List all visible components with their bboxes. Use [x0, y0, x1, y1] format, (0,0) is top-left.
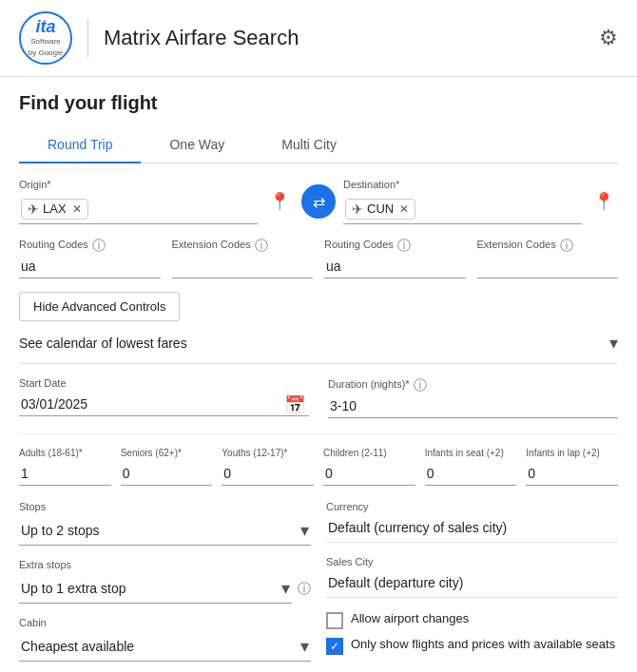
- seniors-input[interactable]: [121, 462, 213, 486]
- origin-dest-row: Origin* ✈ LAX ✕ 📍 ⇄ Destination* ✈ CUN ✕: [19, 179, 618, 224]
- routing-left-info-icon[interactable]: ⓘ: [92, 238, 106, 255]
- infants-lap-label: Infants in lap (+2): [526, 448, 618, 458]
- routing-right-label-row: Routing Codes ⓘ: [324, 238, 466, 255]
- settings-icon[interactable]: ⚙: [599, 26, 618, 50]
- plane-icon-origin: ✈: [28, 202, 39, 217]
- swap-button[interactable]: ⇄: [301, 184, 336, 219]
- extension-right-info-icon[interactable]: ⓘ: [560, 238, 573, 255]
- logo-text: ita: [29, 18, 63, 35]
- date-duration-row: Start Date 📅 Duration (nights)* ⓘ: [19, 377, 618, 418]
- available-seats-checkbox[interactable]: ✓: [326, 638, 343, 655]
- bottom-grid: Stops Up to 2 stops ▾ Extra stops Up to …: [19, 501, 618, 672]
- origin-pin-icon[interactable]: 📍: [265, 187, 294, 216]
- infants-seat-input[interactable]: [425, 462, 517, 486]
- extra-stops-info-icon[interactable]: ⓘ: [298, 581, 311, 598]
- start-date-group: Start Date 📅: [19, 377, 309, 418]
- extra-stops-select[interactable]: Up to 1 extra stop ▾: [19, 574, 292, 604]
- extension-codes-left-input[interactable]: [172, 255, 314, 278]
- cabin-group: Cabin Cheapest available ▾: [19, 617, 311, 662]
- calendar-label: See calendar of lowest fares: [19, 336, 187, 351]
- stops-group: Stops Up to 2 stops ▾: [19, 501, 311, 546]
- start-date-label: Start Date: [19, 377, 309, 389]
- cabin-value: Cheapest available: [21, 639, 300, 654]
- adults-field: Adults (18-61)*: [19, 448, 111, 486]
- infants-seat-field: Infants in seat (+2): [425, 448, 517, 486]
- tab-multi-city[interactable]: Multi City: [253, 127, 365, 163]
- passengers-row: Adults (18-61)* Seniors (62+)* Youths (1…: [19, 448, 618, 486]
- logo-sub1: Software: [29, 37, 63, 47]
- extension-codes-left-label: Extension Codes: [172, 239, 251, 250]
- start-date-field: 📅: [19, 393, 309, 416]
- destination-pin-icon[interactable]: 📍: [589, 187, 618, 216]
- origin-label: Origin*: [19, 179, 258, 190]
- logo-sub2: by Google: [29, 48, 63, 58]
- sales-city-value[interactable]: Default (departure city): [326, 571, 618, 598]
- extra-stops-group: Extra stops Up to 1 extra stop ▾ ⓘ: [19, 559, 311, 604]
- routing-right-info-icon[interactable]: ⓘ: [397, 238, 411, 255]
- extra-stops-dropdown-arrow: ▾: [281, 578, 290, 599]
- header: ita Software by Google Matrix Airfare Se…: [0, 0, 637, 77]
- destination-label: Destination*: [343, 179, 582, 190]
- extra-stops-label: Extra stops: [19, 559, 311, 570]
- routing-codes-right-input[interactable]: [324, 255, 466, 278]
- origin-chip-container[interactable]: ✈ LAX ✕: [19, 194, 258, 224]
- extension-codes-left-group: Extension Codes ⓘ: [172, 238, 314, 278]
- divider: [19, 433, 618, 434]
- youths-input[interactable]: [222, 462, 314, 486]
- youths-field: Youths (12-17)*: [222, 448, 314, 486]
- airport-changes-row: Allow airport changes: [326, 611, 618, 629]
- available-seats-label: Only show flights and prices with availa…: [351, 637, 615, 651]
- duration-input[interactable]: [328, 394, 618, 418]
- tab-round-trip[interactable]: Round Trip: [19, 127, 141, 163]
- cabin-label: Cabin: [19, 617, 311, 628]
- tab-one-way[interactable]: One Way: [141, 127, 253, 163]
- calendar-icon[interactable]: 📅: [284, 394, 305, 415]
- extension-right-label-row: Extension Codes ⓘ: [477, 238, 619, 255]
- origin-field-group: Origin* ✈ LAX ✕: [19, 179, 258, 224]
- calendar-row[interactable]: See calendar of lowest fares ▾: [19, 333, 618, 364]
- youths-label: Youths (12-17)*: [222, 448, 314, 458]
- adults-input[interactable]: [19, 462, 111, 486]
- infants-lap-input[interactable]: [526, 462, 618, 486]
- extra-stops-value: Up to 1 extra stop: [21, 581, 281, 596]
- hide-controls-button[interactable]: Hide Advanced Controls: [19, 292, 180, 321]
- origin-close-btn[interactable]: ✕: [72, 202, 82, 216]
- left-col: Stops Up to 2 stops ▾ Extra stops Up to …: [19, 501, 311, 672]
- routing-codes-left-label: Routing Codes: [19, 239, 88, 250]
- sales-city-label: Sales City: [326, 556, 618, 567]
- tabs-container: Round Trip One Way Multi City: [19, 127, 618, 163]
- stops-value: Up to 2 stops: [21, 523, 300, 538]
- calendar-dropdown-arrow: ▾: [609, 333, 618, 354]
- extension-left-info-icon[interactable]: ⓘ: [255, 238, 268, 255]
- logo-circle: ita Software by Google: [19, 11, 72, 65]
- header-divider: [87, 19, 88, 57]
- extension-codes-right-label: Extension Codes: [477, 239, 556, 250]
- duration-label-row: Duration (nights)* ⓘ: [328, 377, 618, 394]
- extension-codes-right-input[interactable]: [477, 255, 619, 278]
- plane-icon-dest: ✈: [352, 202, 363, 217]
- routing-codes-left-input[interactable]: [19, 255, 161, 278]
- duration-info-icon[interactable]: ⓘ: [414, 377, 427, 394]
- airport-changes-checkbox[interactable]: [326, 612, 343, 629]
- sales-city-group: Sales City Default (departure city): [326, 556, 618, 598]
- duration-group: Duration (nights)* ⓘ: [328, 377, 618, 418]
- currency-group: Currency Default (currency of sales city…: [326, 501, 618, 543]
- right-col: Currency Default (currency of sales city…: [326, 501, 618, 672]
- duration-label: Duration (nights)*: [328, 378, 410, 390]
- extension-codes-right-group: Extension Codes ⓘ: [477, 238, 619, 278]
- stops-label: Stops: [19, 501, 311, 512]
- cabin-dropdown-arrow: ▾: [300, 636, 309, 657]
- stops-select[interactable]: Up to 2 stops ▾: [19, 516, 311, 546]
- destination-close-btn[interactable]: ✕: [399, 202, 409, 216]
- currency-value[interactable]: Default (currency of sales city): [326, 516, 618, 543]
- cabin-select[interactable]: Cheapest available ▾: [19, 632, 311, 662]
- children-input[interactable]: [323, 462, 415, 486]
- page-title: Find your flight: [19, 92, 618, 114]
- adults-label: Adults (18-61)*: [19, 448, 111, 458]
- routing-codes-left-group: Routing Codes ⓘ: [19, 238, 161, 278]
- infants-seat-label: Infants in seat (+2): [425, 448, 517, 458]
- destination-chip-container[interactable]: ✈ CUN ✕: [343, 194, 582, 224]
- start-date-input[interactable]: [19, 393, 309, 416]
- header-title: Matrix Airfare Search: [104, 26, 299, 50]
- swap-icon: ⇄: [313, 193, 325, 211]
